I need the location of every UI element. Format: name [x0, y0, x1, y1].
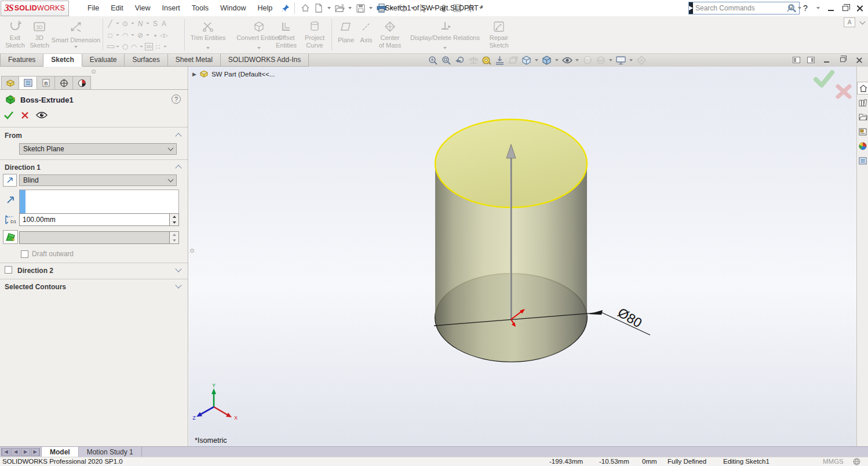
depth-input[interactable] — [19, 213, 169, 226]
end-condition-dropdown[interactable]: Blind — [19, 174, 177, 186]
line-caret[interactable] — [116, 23, 119, 24]
section-direction2-expand-chevron[interactable] — [175, 265, 181, 272]
plane-button[interactable]: Plane — [335, 18, 357, 52]
rotate-view-icon[interactable] — [636, 55, 647, 66]
draft-button[interactable] — [3, 230, 18, 244]
minimize-button[interactable] — [826, 3, 836, 13]
ok-button[interactable] — [3, 111, 14, 119]
taskpane-home-icon[interactable] — [857, 82, 868, 94]
open-dropdown-caret[interactable] — [348, 7, 352, 9]
section-view-icon[interactable] — [494, 55, 505, 66]
hide-show-items-icon[interactable] — [561, 55, 572, 66]
tags-globe-icon[interactable] — [853, 458, 860, 465]
style-toolbar-icon[interactable]: A — [844, 17, 855, 27]
section-selected-contours-expand-chevron[interactable] — [175, 282, 181, 288]
save-icon[interactable] — [355, 2, 366, 14]
reverse-direction-button[interactable] — [3, 174, 17, 187]
tab-solidworks-addins[interactable]: SOLIDWORKS Add-Ins — [221, 54, 309, 67]
tab-evaluate[interactable]: Evaluate — [82, 54, 125, 67]
units-caret-icon[interactable] — [844, 460, 847, 466]
doc-close-button[interactable] — [854, 55, 863, 64]
measure-icon[interactable] — [481, 55, 492, 66]
tab-surfaces[interactable]: Surfaces — [125, 54, 167, 67]
axis-button[interactable]: Axis — [357, 18, 375, 52]
display-delete-relations-caret[interactable] — [443, 47, 447, 49]
appearances-icon[interactable] — [857, 140, 868, 152]
trim-entities-caret[interactable] — [206, 47, 210, 49]
tab-sheet-metal[interactable]: Sheet Metal — [168, 54, 221, 67]
section-direction1-collapse-chevron[interactable] — [175, 165, 181, 171]
arc-caret[interactable] — [131, 34, 134, 36]
project-curve-button[interactable]: Project Curve — [301, 18, 328, 52]
featuremanager-tab[interactable] — [1, 76, 19, 90]
help-dropdown-caret[interactable] — [816, 7, 820, 9]
dimxpertmanager-tab[interactable] — [55, 76, 73, 90]
slot-tool-icon[interactable]: ⊂⊃ — [106, 42, 114, 52]
line-tool-icon[interactable]: ╱ — [106, 19, 114, 28]
rectangle-caret[interactable] — [116, 34, 119, 36]
point-tool-icon[interactable]: ▪ — [151, 31, 159, 40]
close-button[interactable] — [855, 3, 865, 13]
polygon-tool-icon[interactable]: ⬡ — [121, 42, 129, 52]
circle-tool-icon[interactable]: ⊙ — [121, 19, 129, 28]
dimension-text[interactable]: Ø80 — [615, 305, 645, 331]
last-tab-button[interactable]: ▶ — [31, 448, 40, 456]
menu-tools[interactable]: Tools — [186, 0, 214, 16]
tab-sketch[interactable]: Sketch — [43, 54, 82, 67]
cancel-button[interactable] — [21, 111, 29, 119]
ellipse-tool-icon[interactable]: ⊘ — [136, 31, 144, 40]
configurationmanager-tab[interactable]: B — [37, 76, 55, 90]
user-account-icon[interactable] — [786, 3, 796, 13]
units-selector[interactable]: MMGS — [823, 457, 844, 466]
circle-caret[interactable] — [131, 23, 134, 24]
mirror-entities-icon[interactable]: ◁▷ — [160, 31, 168, 40]
pattern-caret[interactable] — [163, 46, 167, 48]
custom-properties-icon[interactable] — [857, 154, 868, 167]
tab-features[interactable]: Features — [0, 54, 43, 67]
direction-reference-selection-box[interactable] — [19, 190, 179, 216]
hide-show-items-caret[interactable] — [575, 59, 579, 61]
menu-edit[interactable]: Edit — [105, 0, 129, 16]
menu-view[interactable]: View — [129, 0, 156, 16]
smart-dimension-caret[interactable] — [74, 46, 78, 48]
style-spline-tool-icon[interactable]: S — [151, 19, 159, 28]
display-style-icon[interactable] — [541, 55, 552, 66]
draft-angle-input[interactable] — [19, 231, 169, 244]
convert-entities-caret[interactable] — [257, 47, 261, 49]
viewport-splitter-handle[interactable] — [190, 249, 194, 253]
center-of-mass-button[interactable]: Center of Mass — [375, 18, 404, 52]
pin-menu-icon[interactable] — [282, 4, 290, 12]
from-condition-dropdown[interactable]: Sketch Plane — [19, 143, 177, 155]
display-style-caret[interactable] — [555, 59, 559, 61]
model-tab[interactable]: Model — [41, 447, 79, 457]
diameter-dimension[interactable]: Ø80 — [589, 305, 650, 335]
slot-caret[interactable] — [116, 46, 119, 48]
zoom-to-selection-icon[interactable] — [468, 55, 479, 66]
save-dropdown-caret[interactable] — [369, 7, 373, 9]
rectangle-tool-icon[interactable]: □ — [106, 31, 114, 40]
view-orientation-caret[interactable] — [535, 59, 538, 61]
restore-button[interactable] — [841, 3, 850, 13]
3d-convert-icon[interactable]: 3D — [145, 43, 153, 50]
doc-minimize-button[interactable] — [822, 55, 831, 64]
collapse-ribbon-chevron-icon[interactable] — [860, 19, 866, 25]
depth-spinner[interactable] — [169, 213, 179, 226]
motion-study-tab[interactable]: Motion Study 1 — [79, 447, 142, 457]
help-circle-icon[interactable]: ? — [172, 94, 181, 104]
section-from-collapse-chevron[interactable] — [175, 133, 181, 139]
spline-tool-icon[interactable]: N — [136, 19, 144, 28]
model-canvas[interactable]: Ø80 — [189, 67, 856, 446]
design-library-icon[interactable] — [857, 96, 868, 109]
new-document-icon[interactable] — [313, 2, 324, 14]
3d-sketch-button[interactable]: 3D 3D Sketch — [28, 18, 51, 52]
ellipse-caret[interactable] — [146, 34, 149, 36]
graphics-viewport[interactable]: ▶ SW Part (Default<<... — [189, 67, 856, 446]
pattern-tool-icon[interactable]: ∷ — [154, 42, 162, 52]
new-dropdown-caret[interactable] — [327, 7, 331, 9]
smart-dimension-button[interactable]: Smart Dimension — [51, 18, 101, 52]
search-commands-box[interactable] — [688, 2, 800, 14]
menu-insert[interactable]: Insert — [156, 0, 186, 16]
apply-scene-icon[interactable] — [595, 55, 606, 66]
view-settings-caret[interactable] — [629, 59, 633, 61]
display-delete-relations-button[interactable]: Display/Delete Relations — [407, 18, 483, 52]
